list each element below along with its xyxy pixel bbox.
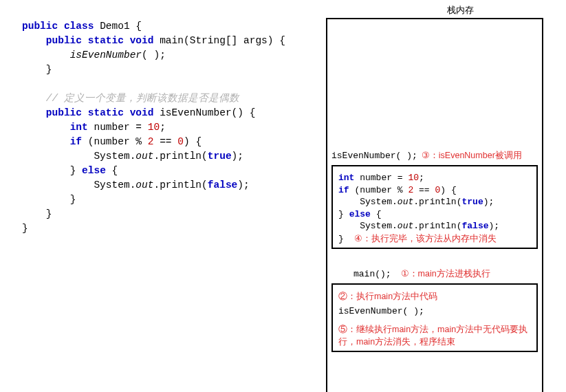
stack-title: 栈内存 xyxy=(360,4,560,17)
lit-10: 10 xyxy=(148,122,160,133)
paren-close: ); xyxy=(237,179,249,190)
dot: . xyxy=(392,197,398,207)
kw-int: int xyxy=(70,122,88,133)
kw-int: int xyxy=(338,173,354,183)
kw-void: void xyxy=(130,35,154,46)
kw-if: if xyxy=(70,136,82,147)
var-number: number xyxy=(360,173,392,183)
field-out: out xyxy=(135,179,153,190)
brace: { xyxy=(195,136,202,147)
callsite-main: main(); ①：main方法进栈执行 xyxy=(353,268,490,280)
semi: ; xyxy=(419,173,424,183)
dot: . xyxy=(153,151,160,162)
frame-main-call: isEvenNumber( ); xyxy=(338,305,532,318)
brace: } xyxy=(46,64,52,75)
dot: . xyxy=(413,197,419,207)
args: String[] args xyxy=(190,35,268,46)
callsite-text: isEvenNumber( ); xyxy=(331,151,417,161)
var-number: number xyxy=(94,122,129,133)
kw-else: else xyxy=(82,165,106,176)
paren-close: ); xyxy=(483,197,494,207)
code-block: public class Demo1 { public static void … xyxy=(22,19,314,236)
brace: } xyxy=(22,223,28,234)
note-4: ④：执行完毕，该方法从内存中消失 xyxy=(354,234,497,243)
kw-class: class xyxy=(64,21,94,32)
semi: ; xyxy=(160,122,166,133)
field-out: out xyxy=(398,197,413,207)
eq: = xyxy=(398,173,403,183)
paren-close: ) xyxy=(184,136,190,147)
obj: System xyxy=(94,151,129,162)
comment: // 定义一个变量，判断该数据是否是偶数 xyxy=(46,93,239,104)
callsite-iseven: isEvenNumber( ); ③：isEvenNumber被调用 xyxy=(331,150,542,162)
kw-void: void xyxy=(130,107,154,118)
lit-true: true xyxy=(208,151,232,162)
kw-public: public xyxy=(22,21,58,32)
dot: . xyxy=(153,179,160,190)
kw-public: public xyxy=(46,35,82,46)
brace: } xyxy=(70,194,76,205)
parens: () xyxy=(232,107,243,118)
brace: { xyxy=(376,209,382,219)
note-5-text: ：继续执行main方法，main方法中无代码要执行，main方法消失，程序结束 xyxy=(338,325,527,347)
brace: } xyxy=(46,208,52,219)
paren-close: ); xyxy=(232,151,243,162)
kw-static: static xyxy=(88,107,124,118)
eq: = xyxy=(135,122,142,133)
kw-else: else xyxy=(349,209,371,219)
kw-public: public xyxy=(46,107,82,118)
kw-if: if xyxy=(338,185,349,195)
brace: { xyxy=(250,107,256,118)
field-out: out xyxy=(398,221,413,231)
circ-4: ④ xyxy=(354,234,362,243)
obj: System xyxy=(360,197,392,207)
expr: == xyxy=(153,136,177,147)
brace: } xyxy=(70,165,76,176)
circ-5: ⑤ xyxy=(338,325,347,334)
note-5: ⑤：继续执行main方法，main方法中无代码要执行，main方法消失，程序结束 xyxy=(338,323,532,348)
dot: . xyxy=(392,221,398,231)
root: public class Demo1 { public static void … xyxy=(0,0,566,392)
paren-open: ( xyxy=(202,151,208,162)
brace: { xyxy=(279,35,285,46)
lit-0: 0 xyxy=(177,136,184,147)
field-out: out xyxy=(135,151,153,162)
callsite-text: main(); xyxy=(353,269,391,279)
stack-panel: 栈内存 isEvenNumber( ); ③：isEvenNumber被调用 i… xyxy=(319,4,563,388)
circ-1: ① xyxy=(401,269,409,279)
circ-3: ③ xyxy=(422,151,430,160)
lit-10: 10 xyxy=(408,173,419,183)
brace: { xyxy=(135,21,142,32)
fn-println: println xyxy=(160,151,202,162)
brace: } xyxy=(338,209,344,219)
fn-println: println xyxy=(160,179,202,190)
note-3-text: ：isEvenNumber被调用 xyxy=(430,151,522,160)
fn-println: println xyxy=(419,221,457,231)
paren-open: ( xyxy=(202,179,208,190)
parens: ( ); xyxy=(142,50,166,61)
obj: System xyxy=(360,221,392,231)
expr: number % xyxy=(360,185,408,195)
method-iseven: isEvenNumber xyxy=(160,107,231,118)
kw-static: static xyxy=(88,35,124,46)
note-1: ①：main方法进栈执行 xyxy=(401,268,490,280)
stack-region: isEvenNumber( ); ③：isEvenNumber被调用 int n… xyxy=(326,18,543,392)
frame-main: ②：执行main方法中代码 isEvenNumber( ); ⑤：继续执行mai… xyxy=(331,283,538,352)
lit-false: false xyxy=(461,221,488,231)
note-3: ③：isEvenNumber被调用 xyxy=(422,150,522,162)
frame-code: int number = 10; if (number % 2 == 0) { … xyxy=(338,172,532,245)
code-panel: public class Demo1 { public static void … xyxy=(3,4,319,388)
expr: number % xyxy=(94,136,147,147)
brace: { xyxy=(112,165,118,176)
expr: == xyxy=(413,185,435,195)
class-name: Demo1 xyxy=(100,21,130,32)
note-2-text: ：执行main方法中代码 xyxy=(347,292,437,301)
fn-println: println xyxy=(419,197,457,207)
lit-false: false xyxy=(208,179,238,190)
obj: System xyxy=(94,179,129,190)
brace: { xyxy=(451,185,457,195)
paren-close: ) xyxy=(440,185,446,195)
note-2: ②：执行main方法中代码 xyxy=(338,290,532,303)
frame-iseven: int number = 10; if (number % 2 == 0) { … xyxy=(331,165,538,249)
dot: . xyxy=(413,221,419,231)
